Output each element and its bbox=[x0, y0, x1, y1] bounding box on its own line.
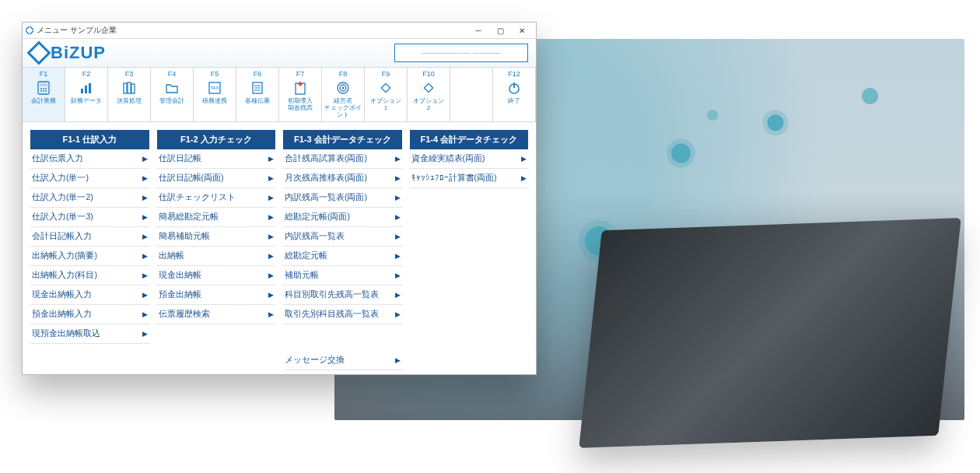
app-window: メニュー サンプル企業 ─ ▢ ✕ BiZUP ——————— ———— F1会… bbox=[22, 22, 537, 375]
menu-item[interactable]: 月次残高推移表(両面)▶ bbox=[283, 169, 402, 188]
fkey-f12[interactable]: F12終了 bbox=[493, 68, 536, 121]
fkey-label: F7 bbox=[296, 70, 305, 78]
fkey-label: F10 bbox=[422, 70, 435, 78]
menu-item[interactable]: 出納帳入力(科目)▶ bbox=[30, 266, 149, 286]
menu-item[interactable]: 仕訳日記帳(両面)▶ bbox=[157, 169, 276, 188]
menu-body: F1-1 仕訳入力仕訳伝票入力▶仕訳入力(単一)▶仕訳入力(単一2)▶仕訳入力(… bbox=[23, 122, 536, 378]
column-header: F1-4 会計データチェック bbox=[410, 130, 529, 149]
fkey-f9[interactable]: F9オプション1 bbox=[365, 68, 408, 121]
menu-item[interactable]: 現金出納帳入力▶ bbox=[30, 286, 149, 305]
fkey-f10[interactable]: F10オプション2 bbox=[408, 68, 450, 121]
svg-point-5 bbox=[45, 88, 47, 89]
menu-item[interactable]: メッセージ交換▶ bbox=[283, 351, 402, 370]
fkey-f6[interactable]: F6各種伝票 bbox=[236, 68, 279, 121]
menu-item-label: 仕訳入力(単一2) bbox=[32, 192, 93, 203]
menu-item-label: 仕訳伝票入力 bbox=[32, 153, 83, 164]
fkey-f2[interactable]: F2財務データ bbox=[65, 68, 108, 121]
menu-item[interactable]: ｷｬｯｼｭﾌﾛｰ計算書(両面)▶ bbox=[410, 169, 529, 188]
fkey-caption: 各種伝票 bbox=[245, 98, 270, 105]
fkey-f7[interactable]: F7初期導入期首残高 bbox=[279, 68, 322, 121]
chevron-right-icon: ▶ bbox=[395, 155, 401, 163]
column-header: F1-3 会計データチェック bbox=[283, 130, 402, 149]
fkey-f5[interactable]: F5TAX税務連携 bbox=[194, 68, 236, 121]
menu-item[interactable]: 取引先別科目残高一覧表▶ bbox=[283, 305, 402, 324]
menu-item-label: 科目別取引先残高一覧表 bbox=[285, 289, 379, 300]
svg-point-7 bbox=[43, 90, 44, 92]
diamond-icon bbox=[421, 79, 436, 96]
fkey-label: F5 bbox=[211, 70, 219, 78]
menu-item-label: 現預金出納帳取込 bbox=[32, 328, 100, 339]
user-info-box[interactable]: ——————— ———— bbox=[394, 44, 528, 62]
power-icon bbox=[506, 79, 522, 96]
svg-rect-12 bbox=[124, 83, 127, 93]
menu-item-label: 合計残高試算表(両面) bbox=[285, 153, 367, 164]
menu-item[interactable]: 仕訳入力(単一)▶ bbox=[30, 169, 149, 188]
menu-item-label: 総勘定元帳(両面) bbox=[285, 212, 350, 222]
menu-item-label: 月次残高推移表(両面) bbox=[285, 173, 367, 184]
svg-point-4 bbox=[43, 88, 44, 89]
menu-item[interactable]: 出納帳▶ bbox=[157, 247, 276, 266]
fkey-caption: 税務連携 bbox=[202, 98, 227, 105]
fkey-caption: オプション1 bbox=[370, 98, 401, 112]
fkey-caption: オプション2 bbox=[413, 98, 444, 112]
svg-point-26 bbox=[342, 87, 345, 89]
menu-item[interactable]: 預金出納帳▶ bbox=[157, 286, 276, 305]
menu-item[interactable]: 預金出納帳入力▶ bbox=[30, 305, 149, 324]
menu-item-label: 内訳残高一覧表(両面) bbox=[285, 192, 367, 203]
menu-item[interactable]: 現金出納帳▶ bbox=[157, 266, 276, 286]
fkey-caption: 決算処理 bbox=[117, 98, 142, 105]
titlebar: メニュー サンプル企業 ─ ▢ ✕ bbox=[23, 23, 536, 39]
menu-item[interactable]: 伝票履歴検索▶ bbox=[157, 305, 276, 324]
menu-item[interactable]: 出納帳入力(摘要)▶ bbox=[30, 247, 149, 266]
chevron-right-icon: ▶ bbox=[268, 155, 274, 163]
chevron-right-icon: ▶ bbox=[521, 174, 527, 182]
menu-item[interactable]: 内訳残高一覧表(両面)▶ bbox=[283, 188, 402, 208]
menu-item[interactable]: 合計残高試算表(両面)▶ bbox=[283, 149, 402, 169]
menu-item-label: 仕訳日記帳 bbox=[159, 153, 201, 164]
fkey-f8[interactable]: F8経営者チェックポイント bbox=[322, 68, 365, 121]
fkey-caption: 経営者チェックポイント bbox=[322, 98, 364, 118]
fkey-f3[interactable]: F3決算処理 bbox=[108, 68, 151, 121]
chevron-right-icon: ▶ bbox=[395, 310, 401, 318]
svg-rect-14 bbox=[131, 84, 135, 93]
chevron-right-icon: ▶ bbox=[142, 330, 148, 338]
menu-item[interactable]: 補助元帳▶ bbox=[283, 266, 402, 286]
chevron-right-icon: ▶ bbox=[268, 233, 274, 240]
menu-item[interactable]: 仕訳日記帳▶ bbox=[157, 149, 276, 169]
menu-item[interactable]: 仕訳伝票入力▶ bbox=[30, 149, 149, 169]
chevron-right-icon: ▶ bbox=[268, 291, 274, 299]
menu-item[interactable]: 科目別取引先残高一覧表▶ bbox=[283, 286, 402, 305]
menu-item[interactable]: 仕訳チェックリスト▶ bbox=[157, 188, 276, 208]
menu-item-label: 会計日記帳入力 bbox=[32, 231, 92, 242]
svg-rect-0 bbox=[26, 26, 33, 34]
chevron-right-icon: ▶ bbox=[268, 194, 274, 201]
menu-item-label: 簡易総勘定元帳 bbox=[159, 212, 219, 222]
menu-item-label: 取引先別科目残高一覧表 bbox=[285, 309, 379, 320]
chevron-right-icon: ▶ bbox=[268, 213, 274, 221]
menu-item[interactable]: 会計日記帳入力▶ bbox=[30, 227, 149, 247]
chevron-right-icon: ▶ bbox=[142, 174, 148, 182]
minimize-button[interactable]: ─ bbox=[467, 23, 489, 38]
menu-item-label: 預金出納帳 bbox=[159, 289, 201, 300]
menu-item[interactable]: 仕訳入力(単一3)▶ bbox=[30, 208, 149, 227]
menu-item[interactable]: 総勘定元帳(両面)▶ bbox=[283, 208, 402, 227]
maximize-button[interactable]: ▢ bbox=[489, 23, 511, 38]
fkey-f1[interactable]: F1会計業務 bbox=[23, 68, 65, 121]
fkey-f4[interactable]: F4管理会計 bbox=[151, 68, 194, 121]
fkey-label: F6 bbox=[254, 70, 262, 78]
menu-item-label: 仕訳日記帳(両面) bbox=[159, 173, 224, 184]
chevron-right-icon: ▶ bbox=[142, 155, 148, 163]
menu-item[interactable]: 仕訳入力(単一2)▶ bbox=[30, 188, 149, 208]
close-button[interactable]: ✕ bbox=[511, 23, 533, 38]
menu-item[interactable]: 内訳残高一覧表▶ bbox=[283, 227, 402, 247]
menu-item[interactable]: 現預金出納帳取込▶ bbox=[30, 324, 149, 344]
menu-item[interactable]: 総勘定元帳▶ bbox=[283, 247, 402, 266]
menu-item[interactable]: 簡易補助元帳▶ bbox=[157, 227, 276, 247]
menu-item[interactable]: 資金繰実績表(両面)▶ bbox=[410, 149, 529, 169]
menu-item-label: 仕訳入力(単一) bbox=[32, 173, 89, 184]
chevron-right-icon: ▶ bbox=[142, 291, 148, 299]
brand-diamond-icon bbox=[26, 40, 51, 65]
svg-rect-27 bbox=[381, 83, 390, 92]
menu-item[interactable]: 簡易総勘定元帳▶ bbox=[157, 208, 276, 227]
svg-rect-11 bbox=[89, 83, 91, 93]
